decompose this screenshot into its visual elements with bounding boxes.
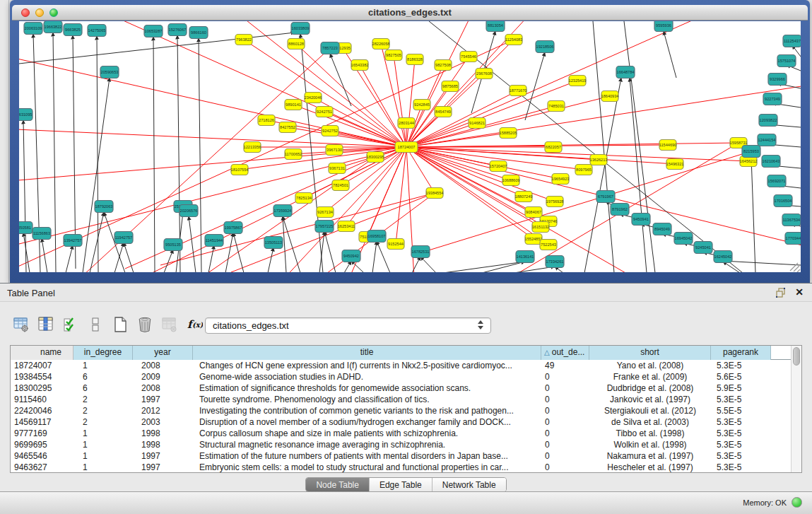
network-node[interactable]: 15720407 (490, 161, 507, 172)
cell-out-de-[interactable]: 0 (541, 428, 589, 439)
network-node[interactable]: 28226058 (372, 39, 390, 49)
network-node[interactable]: 12213356 (244, 142, 261, 153)
cell-short[interactable]: Dudbridge et al. (2008) (589, 382, 711, 394)
cell-title[interactable]: Structural magnetic resonance image aver… (193, 439, 541, 450)
network-node[interactable]: 9242845 (413, 100, 430, 110)
cell-title[interactable]: Changes of HCN gene expression and I(f) … (193, 360, 541, 371)
network-node[interactable]: 19218506 (536, 41, 554, 53)
cell-out-de-[interactable]: 0 (541, 405, 589, 416)
cell-title[interactable]: Embryonic stem cells: a model to study s… (193, 462, 541, 473)
table-mode-icon[interactable] (87, 316, 104, 333)
network-node[interactable]: 7857223 (321, 42, 339, 54)
delete-icon[interactable] (136, 316, 153, 333)
network-node[interactable]: 9505135 (164, 239, 182, 251)
network-node[interactable]: 16958107 (367, 230, 386, 243)
network-node[interactable]: 8454749 (435, 107, 452, 117)
cell-pagerank[interactable]: 5.6E-5 (711, 371, 771, 382)
cell-year[interactable]: 2009 (133, 371, 193, 382)
column-header-pagerank[interactable]: pagerank (711, 346, 771, 360)
network-node[interactable]: 11367534 (782, 214, 801, 226)
network-node[interactable]: 9329966 (768, 74, 787, 86)
network-node[interactable]: 18792063 (95, 201, 113, 213)
window-titlebar[interactable]: citations_edges.txt (12, 5, 808, 21)
function-builder-icon[interactable]: f (x) (186, 316, 203, 333)
tab-network-table[interactable]: Network Table (432, 478, 506, 491)
select-rows-icon[interactable] (62, 316, 79, 333)
cell-out-de-[interactable]: 0 (541, 382, 589, 394)
cell-short[interactable]: Yano et al. (2008) (589, 360, 711, 371)
cell-pagerank[interactable]: 5.3E-5 (711, 428, 771, 439)
cell-short[interactable]: Stergiakouli et al. (2012) (589, 405, 711, 416)
table-row[interactable]: 977716911998Corpus callosum shape and si… (11, 428, 801, 439)
cell-short[interactable]: Jankovic et al. (1997) (589, 394, 711, 405)
network-node[interactable]: 16151132 (532, 222, 549, 233)
cell-title[interactable]: Tourette syndrome. Phenomenology and cla… (193, 394, 541, 405)
network-node[interactable]: 15692071 (767, 175, 786, 187)
network-node[interactable]: 15276067 (168, 24, 187, 36)
cell-year[interactable]: 1998 (133, 439, 193, 450)
network-canvas[interactable]: 1872400779638228860128891293528226058982… (19, 21, 801, 272)
cell-in-degree[interactable]: 6 (73, 382, 133, 394)
cell-name[interactable]: 9777169 (11, 428, 73, 439)
network-node[interactable]: 12444154 (758, 134, 776, 146)
network-node[interactable]: 14136141 (516, 251, 534, 263)
tab-node-table[interactable]: Node Table (306, 478, 369, 491)
cell-in-degree[interactable]: 2 (73, 405, 133, 416)
network-node[interactable]: 11544690 (659, 140, 676, 151)
cell-in-degree[interactable]: 1 (73, 450, 133, 462)
cell-out-de-[interactable]: 0 (541, 371, 589, 382)
column-header-out-de-[interactable]: △out_de... (541, 346, 589, 360)
cell-in-degree[interactable]: 2 (73, 394, 133, 405)
network-node[interactable]: 9242752 (322, 126, 339, 136)
network-node[interactable]: 17016504 (774, 195, 792, 207)
network-node[interactable]: 8813054 (486, 21, 505, 32)
network-node[interactable]: 11700652 (285, 149, 302, 160)
network-node[interactable]: 9866160 (189, 27, 208, 39)
network-node[interactable]: 18724007 (395, 142, 418, 153)
network-node[interactable]: 16945042 (674, 233, 693, 245)
network-node[interactable]: 16543382 (351, 60, 369, 71)
network-node[interactable]: 6791967 (596, 191, 615, 203)
column-header-year[interactable]: year (133, 346, 193, 360)
network-node[interactable]: 18771670 (510, 86, 527, 96)
cell-pagerank[interactable]: 5.3E-5 (711, 360, 771, 371)
network-node[interactable]: 23420046 (305, 93, 322, 103)
cell-name[interactable]: 9465546 (11, 450, 73, 462)
network-node[interactable]: 9227349 (763, 93, 782, 105)
network-node[interactable]: 9875685 (442, 81, 459, 92)
new-column-icon[interactable] (112, 316, 129, 333)
cell-short[interactable]: Nakamura et al. (1997) (589, 450, 711, 462)
table-row[interactable]: 946554611997Estimation of the future num… (11, 450, 801, 462)
network-node[interactable]: 9367131 (329, 163, 346, 174)
network-node[interactable]: 9152544 (387, 239, 404, 250)
network-node[interactable]: 7824501 (332, 180, 349, 191)
cell-name[interactable]: 9463627 (11, 462, 73, 473)
cell-pagerank[interactable]: 5.3E-5 (711, 416, 771, 428)
cell-year[interactable]: 1997 (133, 462, 193, 473)
network-node[interactable]: 9146821 (469, 118, 486, 129)
network-node[interactable]: 9827505 (385, 50, 402, 61)
cell-name[interactable]: 9115460 (11, 394, 73, 405)
network-node[interactable]: 9242751 (316, 107, 333, 117)
network-node[interactable]: 19663822 (44, 21, 62, 33)
scrollbar-thumb[interactable] (793, 347, 800, 366)
close-panel-icon[interactable]: ✕ (795, 286, 804, 298)
table-row[interactable]: 2242004622012Investigating the contribut… (11, 405, 801, 416)
network-node[interactable]: 18300295 (367, 152, 384, 163)
network-node[interactable]: 9890141 (285, 100, 302, 110)
cell-name[interactable]: 18300295 (11, 382, 73, 394)
network-node[interactable]: 7963822 (235, 35, 252, 45)
network-node[interactable]: 9827508 (435, 60, 452, 71)
cell-title[interactable]: Estimation of the future numbers of pati… (193, 450, 541, 462)
network-node[interactable]: 2967608 (476, 69, 493, 79)
network-node[interactable]: 18640934 (601, 91, 619, 102)
network-node[interactable]: 9245041 (694, 242, 712, 254)
cell-title[interactable]: Corpus callosum shape and size in male p… (193, 428, 541, 439)
cell-title[interactable]: Investigating the contribution of common… (193, 405, 541, 416)
cell-year[interactable]: 1997 (133, 394, 193, 405)
network-node[interactable]: 8945049 (653, 223, 671, 235)
network-node[interactable]: 7825134 (295, 193, 312, 204)
network-nodes[interactable]: 1872400779638228860128891293528226058982… (19, 21, 801, 268)
network-node[interactable]: 7485031 (548, 101, 565, 112)
network-node[interactable]: 3967130 (326, 145, 343, 156)
